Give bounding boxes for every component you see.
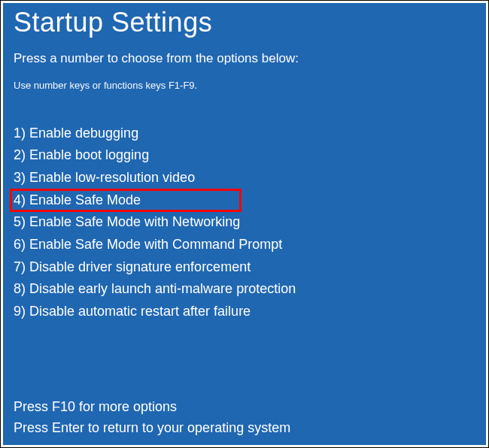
startup-settings-screen: Startup Settings Press a number to choos… [3, 3, 486, 445]
option-enable-low-resolution-video[interactable]: 3) Enable low-resolution video [14, 167, 475, 189]
footer-return: Press Enter to return to your operating … [14, 418, 290, 439]
footer: Press F10 for more options Press Enter t… [14, 397, 290, 439]
option-disable-automatic-restart[interactable]: 9) Disable automatic restart after failu… [14, 301, 475, 323]
option-enable-safe-mode-networking[interactable]: 5) Enable Safe Mode with Networking [14, 211, 475, 234]
option-label: 8) Disable early launch anti-malware pro… [14, 281, 296, 296]
option-label: 9) Disable automatic restart after failu… [14, 304, 251, 319]
page-title: Startup Settings [14, 8, 475, 38]
option-label: 1) Enable debugging [14, 126, 138, 141]
options-list: 1) Enable debugging 2) Enable boot loggi… [14, 123, 475, 323]
option-label: 6) Enable Safe Mode with Command Prompt [14, 237, 282, 252]
option-enable-safe-mode-command-prompt[interactable]: 6) Enable Safe Mode with Command Prompt [14, 234, 475, 256]
option-label: 5) Enable Safe Mode with Networking [14, 214, 240, 229]
option-enable-debugging[interactable]: 1) Enable debugging [14, 123, 475, 145]
option-enable-safe-mode[interactable]: 4) Enable Safe Mode [14, 189, 475, 212]
option-enable-boot-logging[interactable]: 2) Enable boot logging [14, 144, 475, 167]
option-label: 7) Disable driver signature enforcement [14, 259, 251, 274]
instruction-text: Press a number to choose from the option… [14, 51, 475, 66]
footer-more-options: Press F10 for more options [14, 397, 290, 418]
window-border: Startup Settings Press a number to choos… [0, 0, 489, 448]
key-hint-text: Use number keys or functions keys F1-F9. [14, 80, 475, 91]
option-label: 4) Enable Safe Mode [14, 192, 141, 207]
option-disable-early-launch-antimalware[interactable]: 8) Disable early launch anti-malware pro… [14, 278, 475, 301]
option-label: 2) Enable boot logging [14, 147, 149, 162]
option-disable-driver-signature-enforcement[interactable]: 7) Disable driver signature enforcement [14, 256, 475, 279]
option-label: 3) Enable low-resolution video [14, 170, 195, 185]
